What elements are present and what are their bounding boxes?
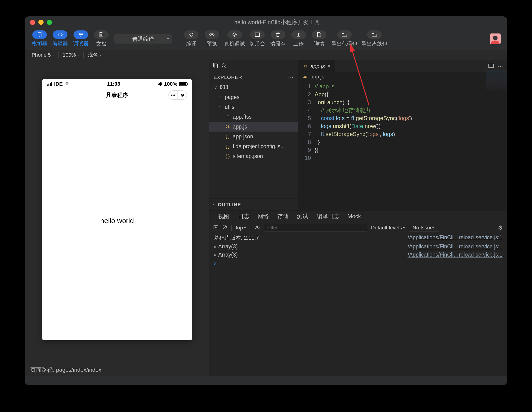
phone-statusbar: IDE 11:03 ✱ 100% [42,79,192,89]
settings-icon[interactable]: ⚙ [498,225,503,231]
close-circle-icon: ⊗ [178,91,187,99]
file-tree: ∨011 ›pages›utils#app.ftssJSapp.js{ }app… [209,82,298,198]
minimap[interactable] [486,70,507,107]
eye-icon[interactable] [255,225,260,231]
devtools-tab[interactable]: 编译日志 [317,213,339,220]
search-icon[interactable] [221,63,227,70]
app-window: hello world-FinClip小程序开发工具 模拟器 编辑器 调试器 文… [25,16,507,385]
console-row[interactable]: ▸Array(3)/Applications/FinCli…reload-ser… [209,251,507,259]
code-icon [57,32,63,37]
signal-icon [47,82,52,86]
bluetooth-icon: ✱ [158,81,162,87]
battery-icon [179,82,187,86]
devtools-tab[interactable]: 日志 [238,213,249,220]
editor-toggle[interactable]: 编辑器 [52,30,68,47]
titlebar: hello world-FinClip小程序开发工具 [25,16,507,28]
more-icon[interactable]: ⋯ [498,63,503,69]
tree-item[interactable]: { }app.json [209,131,298,141]
console-row[interactable]: ▸Array(3)/Applications/FinCli…reload-ser… [209,243,507,251]
tree-item[interactable]: JSapp.js [209,122,298,131]
export-offline-button[interactable]: 导出离线包 [361,30,387,47]
phone-time: 11:03 [107,81,120,87]
console-row[interactable]: 基础库版本: 2.11.7/Applications/FinCli…reload… [209,233,507,243]
background-button[interactable]: 切后台 [249,30,266,47]
simulator-panel: IDE 11:03 ✱ 100% 凡泰程序 •••⊗ hello world 页… [25,60,209,376]
upload-icon [296,32,301,37]
minimize-button[interactable] [38,20,44,25]
phone-content: hello world [42,101,192,340]
tree-item[interactable]: #app.ftss [209,112,298,122]
traffic-lights [30,20,52,25]
clear-icon[interactable] [222,225,227,231]
editor-tabs: JS app.js ✕ ⋯ [298,60,507,72]
close-button[interactable] [30,20,35,25]
page-path-label: 页面路径: pages/index/index [30,366,101,374]
folder-icon [342,32,347,37]
device-select[interactable]: iPhone 5 [30,52,54,58]
code-body[interactable]: 12345678910 // app.js App({ onLaunch( { … [298,82,507,210]
compile-button[interactable]: 编译 [183,30,200,47]
split-icon[interactable] [488,63,494,69]
zoom-select[interactable]: 100% [63,52,79,58]
outline-section[interactable]: ›OUTLINE [209,198,298,210]
real-device-button[interactable]: 真机调试 [224,30,245,47]
devtools-tab[interactable]: 测试 [297,213,308,220]
editor-tab[interactable]: JS app.js ✕ [298,60,335,72]
folder-icon [372,32,377,37]
wifi-icon [65,82,69,86]
devtools-tab[interactable]: Mock [348,213,361,220]
tree-item[interactable]: ›utils [209,102,298,112]
code-editor: JS app.js ✕ ⋯ JS app.js [298,60,507,210]
tree-root[interactable]: ∨011 [209,82,298,92]
capsule-button[interactable]: •••⊗ [168,90,187,100]
export-code-button[interactable]: 导出代码包 [332,30,357,47]
tree-item[interactable]: { }fide.project.config.js... [209,141,298,151]
close-tab-icon[interactable]: ✕ [327,64,331,69]
main-area: IDE 11:03 ✱ 100% 凡泰程序 •••⊗ hello world 页… [25,60,507,376]
details-button[interactable]: 详情 [311,30,327,47]
simulator-toggle[interactable]: 模拟器 [31,30,48,47]
play-icon[interactable] [214,225,218,231]
issues-button[interactable]: No Issues [409,224,439,232]
filter-input[interactable] [264,224,367,232]
docs-button[interactable]: 文档 [93,30,110,47]
js-icon: JS [303,75,308,79]
svg-point-14 [257,227,257,228]
devtools-tab[interactable]: 网络 [257,213,269,220]
log-level-select[interactable]: Default levels [371,225,405,231]
files-icon[interactable] [213,63,218,70]
tree-item[interactable]: { }sitemap.json [209,151,298,161]
debugger-toggle[interactable]: 调试器 [73,30,89,47]
scope-select[interactable]: top [236,225,246,231]
svg-point-5 [211,34,213,35]
gear-icon [232,32,237,37]
simulator-subbar: iPhone 5 100% 浅色 [25,50,507,60]
console-prompt[interactable]: › [209,259,507,268]
refresh-icon [189,32,194,37]
theme-select[interactable]: 浅色 [88,52,101,58]
explorer-more-icon[interactable]: ⋯ [288,74,294,81]
tree-item[interactable]: ›pages [209,92,298,102]
upload-button[interactable]: 上传 [290,30,307,47]
doc-icon [99,32,104,37]
svg-point-2 [79,33,80,34]
maximize-button[interactable] [47,20,52,25]
trash-icon [275,32,281,37]
devtools-tab[interactable]: 存储 [277,213,288,220]
svg-point-1 [39,36,40,37]
clear-cache-button[interactable]: 清缓存 [270,30,286,47]
window-icon [255,32,260,37]
phone-frame: IDE 11:03 ✱ 100% 凡泰程序 •••⊗ hello world [42,79,192,340]
svg-point-4 [80,36,81,37]
avatar[interactable] [490,33,501,44]
compile-mode-select[interactable]: 普通编译 [114,34,172,44]
window-title: hello world-FinClip小程序开发工具 [52,19,502,26]
editor-panel: EXPLORER⋯ ∨011 ›pages›utils#app.ftssJSap… [209,60,507,376]
file-icon [317,32,322,37]
breadcrumb[interactable]: JS app.js [298,72,507,82]
svg-point-10 [222,64,225,67]
phone-icon [37,32,42,37]
preview-button[interactable]: 预览 [204,30,220,47]
explorer-title: EXPLORER [214,75,242,80]
devtools-tab[interactable]: 视图 [218,213,229,220]
